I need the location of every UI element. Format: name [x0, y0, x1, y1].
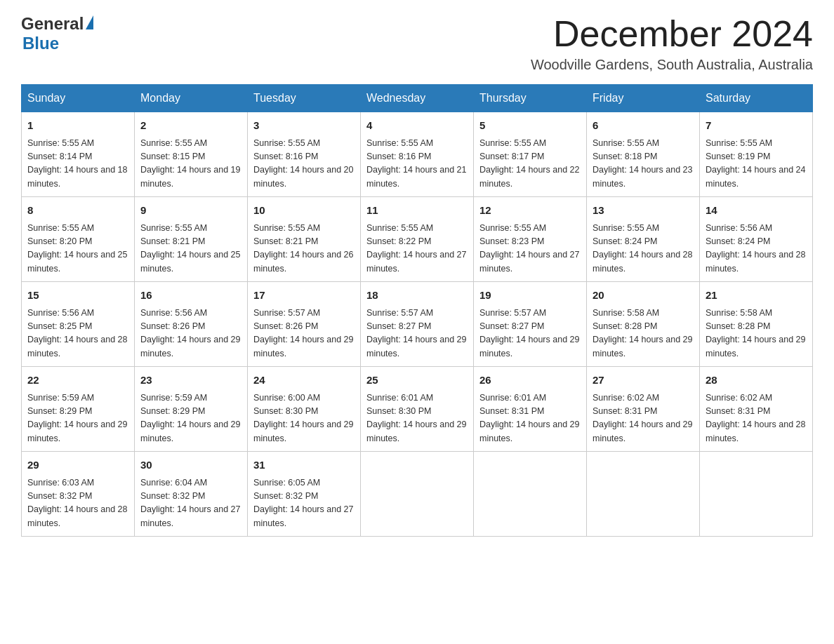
header-sunday: Sunday — [22, 85, 135, 112]
calendar-cell — [361, 452, 474, 537]
calendar-cell: 10Sunrise: 5:55 AMSunset: 8:21 PMDayligh… — [248, 197, 361, 282]
day-number: 7 — [706, 118, 807, 134]
title-section: December 2024 Woodville Gardens, South A… — [531, 14, 813, 73]
calendar-cell: 31Sunrise: 6:05 AMSunset: 8:32 PMDayligh… — [248, 452, 361, 537]
day-number: 15 — [27, 288, 128, 304]
day-number: 8 — [27, 203, 128, 219]
day-number: 3 — [253, 118, 355, 134]
day-number: 21 — [706, 288, 807, 304]
day-number: 29 — [27, 457, 128, 474]
week-row-3: 15Sunrise: 5:56 AMSunset: 8:25 PMDayligh… — [22, 282, 813, 367]
day-number: 11 — [366, 203, 468, 219]
day-number: 6 — [593, 118, 694, 134]
day-number: 13 — [593, 203, 694, 219]
logo-general-text: General — [21, 14, 84, 34]
location-subtitle: Woodville Gardens, South Australia, Aust… — [531, 57, 813, 73]
calendar-cell: 3Sunrise: 5:55 AMSunset: 8:16 PMDaylight… — [248, 112, 361, 197]
calendar-cell — [700, 452, 813, 537]
day-info: Sunrise: 6:01 AMSunset: 8:30 PMDaylight:… — [366, 391, 468, 446]
day-number: 9 — [140, 203, 241, 219]
day-info: Sunrise: 5:55 AMSunset: 8:17 PMDaylight:… — [479, 137, 581, 192]
calendar-cell: 18Sunrise: 5:57 AMSunset: 8:27 PMDayligh… — [361, 282, 474, 367]
day-info: Sunrise: 5:55 AMSunset: 8:18 PMDaylight:… — [593, 137, 694, 192]
day-number: 10 — [253, 203, 355, 219]
day-info: Sunrise: 6:02 AMSunset: 8:31 PMDaylight:… — [593, 391, 694, 446]
header-thursday: Thursday — [474, 85, 587, 112]
header-saturday: Saturday — [700, 85, 813, 112]
calendar-cell: 13Sunrise: 5:55 AMSunset: 8:24 PMDayligh… — [587, 197, 700, 282]
day-number: 1 — [27, 118, 128, 134]
header-monday: Monday — [135, 85, 248, 112]
calendar-cell: 6Sunrise: 5:55 AMSunset: 8:18 PMDaylight… — [587, 112, 700, 197]
day-info: Sunrise: 5:55 AMSunset: 8:20 PMDaylight:… — [27, 222, 128, 276]
day-info: Sunrise: 6:04 AMSunset: 8:32 PMDaylight:… — [140, 476, 241, 531]
day-info: Sunrise: 5:59 AMSunset: 8:29 PMDaylight:… — [27, 391, 128, 446]
calendar-cell: 26Sunrise: 6:01 AMSunset: 8:31 PMDayligh… — [474, 367, 587, 452]
day-info: Sunrise: 5:55 AMSunset: 8:16 PMDaylight:… — [366, 137, 468, 192]
logo-blue-text: Blue — [22, 34, 59, 53]
calendar-cell: 22Sunrise: 5:59 AMSunset: 8:29 PMDayligh… — [22, 367, 135, 452]
day-info: Sunrise: 5:58 AMSunset: 8:28 PMDaylight:… — [706, 307, 807, 361]
day-info: Sunrise: 5:55 AMSunset: 8:23 PMDaylight:… — [479, 222, 581, 276]
day-number: 24 — [253, 373, 355, 389]
calendar-cell: 28Sunrise: 6:02 AMSunset: 8:31 PMDayligh… — [700, 367, 813, 452]
calendar-cell: 30Sunrise: 6:04 AMSunset: 8:32 PMDayligh… — [135, 452, 248, 537]
day-info: Sunrise: 5:59 AMSunset: 8:29 PMDaylight:… — [140, 391, 241, 446]
calendar-cell: 8Sunrise: 5:55 AMSunset: 8:20 PMDaylight… — [22, 197, 135, 282]
calendar-header-row: SundayMondayTuesdayWednesdayThursdayFrid… — [22, 85, 813, 112]
calendar-cell: 9Sunrise: 5:55 AMSunset: 8:21 PMDaylight… — [135, 197, 248, 282]
calendar-cell: 5Sunrise: 5:55 AMSunset: 8:17 PMDaylight… — [474, 112, 587, 197]
week-row-1: 1Sunrise: 5:55 AMSunset: 8:14 PMDaylight… — [22, 112, 813, 197]
day-info: Sunrise: 6:01 AMSunset: 8:31 PMDaylight:… — [479, 391, 581, 446]
calendar-cell: 14Sunrise: 5:56 AMSunset: 8:24 PMDayligh… — [700, 197, 813, 282]
calendar-cell: 19Sunrise: 5:57 AMSunset: 8:27 PMDayligh… — [474, 282, 587, 367]
calendar-cell: 4Sunrise: 5:55 AMSunset: 8:16 PMDaylight… — [361, 112, 474, 197]
calendar-cell — [474, 452, 587, 537]
calendar-cell: 25Sunrise: 6:01 AMSunset: 8:30 PMDayligh… — [361, 367, 474, 452]
day-info: Sunrise: 5:55 AMSunset: 8:24 PMDaylight:… — [593, 222, 694, 276]
day-info: Sunrise: 5:55 AMSunset: 8:22 PMDaylight:… — [366, 222, 468, 276]
calendar-cell: 7Sunrise: 5:55 AMSunset: 8:19 PMDaylight… — [700, 112, 813, 197]
day-number: 12 — [479, 203, 581, 219]
day-info: Sunrise: 5:57 AMSunset: 8:27 PMDaylight:… — [479, 307, 581, 361]
day-number: 5 — [479, 118, 581, 134]
calendar-cell: 2Sunrise: 5:55 AMSunset: 8:15 PMDaylight… — [135, 112, 248, 197]
day-info: Sunrise: 5:57 AMSunset: 8:27 PMDaylight:… — [366, 307, 468, 361]
day-number: 26 — [479, 373, 581, 389]
week-row-5: 29Sunrise: 6:03 AMSunset: 8:32 PMDayligh… — [22, 452, 813, 537]
page-header: General Blue December 2024 Woodville Gar… — [21, 14, 813, 73]
week-row-2: 8Sunrise: 5:55 AMSunset: 8:20 PMDaylight… — [22, 197, 813, 282]
logo-triangle-icon — [86, 15, 93, 29]
day-info: Sunrise: 5:55 AMSunset: 8:16 PMDaylight:… — [253, 137, 355, 192]
day-number: 22 — [27, 373, 128, 389]
day-info: Sunrise: 5:55 AMSunset: 8:14 PMDaylight:… — [27, 137, 128, 192]
day-number: 30 — [140, 457, 241, 474]
day-number: 28 — [706, 373, 807, 389]
header-tuesday: Tuesday — [248, 85, 361, 112]
day-number: 16 — [140, 288, 241, 304]
calendar-cell: 1Sunrise: 5:55 AMSunset: 8:14 PMDaylight… — [22, 112, 135, 197]
calendar-cell — [587, 452, 700, 537]
day-info: Sunrise: 5:55 AMSunset: 8:19 PMDaylight:… — [706, 137, 807, 192]
day-number: 14 — [706, 203, 807, 219]
calendar-cell: 11Sunrise: 5:55 AMSunset: 8:22 PMDayligh… — [361, 197, 474, 282]
day-number: 17 — [253, 288, 355, 304]
day-info: Sunrise: 6:05 AMSunset: 8:32 PMDaylight:… — [253, 476, 355, 531]
day-info: Sunrise: 5:56 AMSunset: 8:25 PMDaylight:… — [27, 307, 128, 361]
day-info: Sunrise: 5:55 AMSunset: 8:21 PMDaylight:… — [253, 222, 355, 276]
calendar-cell: 29Sunrise: 6:03 AMSunset: 8:32 PMDayligh… — [22, 452, 135, 537]
day-number: 27 — [593, 373, 694, 389]
day-info: Sunrise: 6:03 AMSunset: 8:32 PMDaylight:… — [27, 476, 128, 531]
calendar-cell: 15Sunrise: 5:56 AMSunset: 8:25 PMDayligh… — [22, 282, 135, 367]
day-info: Sunrise: 5:58 AMSunset: 8:28 PMDaylight:… — [593, 307, 694, 361]
calendar-cell: 27Sunrise: 6:02 AMSunset: 8:31 PMDayligh… — [587, 367, 700, 452]
day-info: Sunrise: 5:57 AMSunset: 8:26 PMDaylight:… — [253, 307, 355, 361]
day-number: 25 — [366, 373, 468, 389]
logo: General Blue — [21, 14, 93, 53]
header-friday: Friday — [587, 85, 700, 112]
day-info: Sunrise: 6:00 AMSunset: 8:30 PMDaylight:… — [253, 391, 355, 446]
day-info: Sunrise: 5:55 AMSunset: 8:15 PMDaylight:… — [140, 137, 241, 192]
day-info: Sunrise: 5:55 AMSunset: 8:21 PMDaylight:… — [140, 222, 241, 276]
calendar-cell: 23Sunrise: 5:59 AMSunset: 8:29 PMDayligh… — [135, 367, 248, 452]
day-number: 18 — [366, 288, 468, 304]
